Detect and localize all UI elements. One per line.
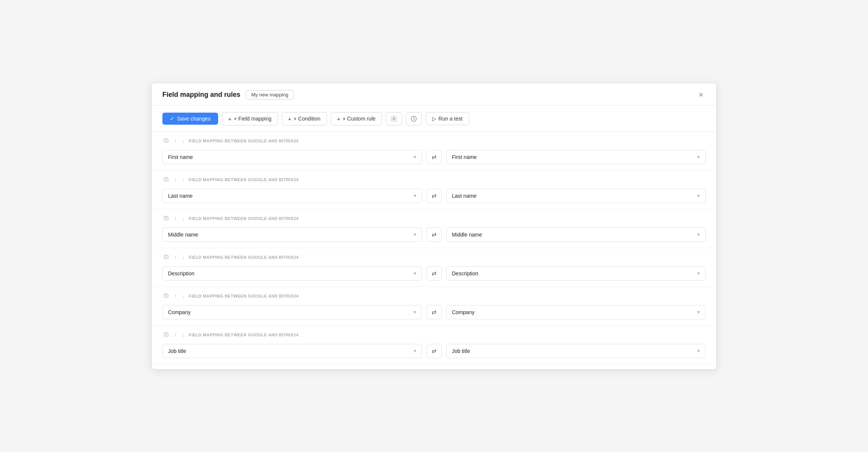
svg-rect-4 [164, 217, 168, 220]
check-icon: ✓ [170, 116, 174, 122]
trash-icon [164, 332, 169, 337]
delete-mapping-button[interactable] [162, 215, 170, 222]
swap-button[interactable]: ⇄ [426, 305, 442, 319]
mapping-group: ↑ ↓ FIELD MAPPING between Google and Bit… [152, 171, 716, 209]
field-mapping-button[interactable]: + + Field mapping [222, 112, 278, 125]
move-up-button[interactable]: ↑ [173, 176, 178, 183]
mapping-row: First name ▾ ⇄ First name ▾ [152, 147, 716, 170]
delete-mapping-button[interactable] [162, 137, 170, 145]
move-up-button[interactable]: ↑ [173, 137, 178, 144]
right-field-select[interactable]: Middle name ▾ [446, 228, 706, 242]
save-changes-button[interactable]: ✓ Save changes [162, 113, 218, 125]
svg-rect-3 [164, 178, 168, 181]
right-field-select[interactable]: Last name ▾ [446, 189, 706, 203]
delete-mapping-button[interactable] [162, 331, 170, 339]
mapping-header-label: FIELD MAPPING between Google and Bitrix2… [189, 255, 298, 260]
run-test-button[interactable]: ▷ Run a test [426, 112, 469, 125]
mapping-row: Last name ▾ ⇄ Last name ▾ [152, 186, 716, 209]
condition-button[interactable]: + + Condition [282, 112, 327, 125]
plus-icon-condition: + [288, 116, 292, 122]
mapping-header-label: FIELD MAPPING between Google and Bitrix2… [189, 333, 298, 337]
swap-button[interactable]: ⇄ [426, 150, 442, 164]
trash-icon [164, 138, 169, 143]
custom-rule-button[interactable]: + + Custom rule [331, 112, 382, 125]
left-field-select[interactable]: Middle name ▾ [162, 228, 422, 242]
modal-header: Field mapping and rules My new mapping × [152, 83, 716, 105]
right-field-label: Company [452, 309, 475, 315]
mapping-header-label: FIELD MAPPING between Google and Bitrix2… [189, 139, 298, 143]
modal-title: Field mapping and rules [162, 91, 240, 99]
chevron-down-icon: ▾ [697, 309, 700, 315]
right-field-label: Description [452, 270, 478, 276]
close-button[interactable]: × [696, 90, 706, 100]
left-field-label: Job title [168, 348, 186, 354]
left-field-label: First name [168, 154, 193, 160]
move-up-button[interactable]: ↑ [173, 215, 178, 222]
mapping-header-label: FIELD MAPPING between Google and Bitrix2… [189, 177, 298, 182]
chevron-down-icon: ▾ [697, 348, 700, 354]
chevron-down-icon: ▾ [414, 154, 416, 160]
right-field-select[interactable]: First name ▾ [446, 150, 706, 164]
move-down-button[interactable]: ↓ [181, 137, 186, 144]
mapping-group: ↑ ↓ FIELD MAPPING between Google and Bit… [152, 287, 716, 326]
trash-icon [164, 215, 169, 221]
svg-point-0 [393, 118, 395, 119]
move-down-button[interactable]: ↓ [181, 293, 186, 299]
right-field-select[interactable]: Job title ▾ [446, 344, 706, 358]
left-field-label: Company [168, 309, 191, 315]
left-field-select[interactable]: Last name ▾ [162, 189, 422, 203]
mapping-header: ↑ ↓ FIELD MAPPING between Google and Bit… [152, 287, 716, 302]
plus-icon-custom: + [337, 116, 341, 122]
move-up-button[interactable]: ↑ [173, 331, 178, 338]
swap-button[interactable]: ⇄ [426, 266, 442, 281]
move-up-button[interactable]: ↑ [173, 254, 178, 261]
move-down-button[interactable]: ↓ [181, 215, 186, 222]
mapping-name-badge[interactable]: My new mapping [246, 90, 294, 99]
chevron-down-icon: ▾ [414, 309, 416, 315]
plus-icon-field: + [228, 116, 232, 122]
svg-rect-5 [164, 255, 168, 259]
mapping-header-label: FIELD MAPPING between Google and Bitrix2… [189, 216, 298, 221]
left-field-select[interactable]: First name ▾ [162, 150, 422, 164]
gear-icon [391, 116, 397, 122]
svg-rect-2 [164, 139, 168, 142]
mapping-row: Job title ▾ ⇄ Job title ▾ [152, 341, 716, 364]
move-down-button[interactable]: ↓ [181, 331, 186, 338]
svg-rect-7 [164, 333, 168, 336]
chevron-down-icon: ▾ [697, 154, 700, 160]
chevron-down-icon: ▾ [697, 232, 700, 237]
delete-mapping-button[interactable] [162, 176, 170, 183]
mapping-header: ↑ ↓ FIELD MAPPING between Google and Bit… [152, 171, 716, 186]
left-field-select[interactable]: Company ▾ [162, 305, 422, 319]
swap-button[interactable]: ⇄ [426, 228, 442, 242]
left-field-select[interactable]: Description ▾ [162, 266, 422, 281]
trash-icon [164, 177, 169, 182]
delete-mapping-button[interactable] [162, 292, 170, 300]
swap-button[interactable]: ⇄ [426, 344, 442, 358]
move-down-button[interactable]: ↓ [181, 254, 186, 261]
mapping-row: Description ▾ ⇄ Description ▾ [152, 263, 716, 287]
move-up-button[interactable]: ↑ [173, 293, 178, 299]
history-icon-button[interactable] [406, 112, 422, 125]
move-down-button[interactable]: ↓ [181, 176, 186, 183]
right-field-select[interactable]: Description ▾ [446, 266, 706, 281]
right-field-select[interactable]: Company ▾ [446, 305, 706, 319]
mapping-header-label: FIELD MAPPING between Google and Bitrix2… [189, 294, 298, 298]
left-field-label: Last name [168, 193, 193, 199]
right-field-label: First name [452, 154, 477, 160]
trash-icon [164, 254, 169, 260]
chevron-down-icon: ▾ [414, 270, 416, 276]
settings-icon-button[interactable] [386, 112, 402, 125]
mapping-header: ↑ ↓ FIELD MAPPING between Google and Bit… [152, 132, 716, 147]
toolbar: ✓ Save changes + + Field mapping + + Con… [152, 105, 716, 132]
mapping-group: ↑ ↓ FIELD MAPPING between Google and Bit… [152, 209, 716, 248]
swap-button[interactable]: ⇄ [426, 189, 442, 203]
chevron-down-icon: ▾ [697, 193, 700, 199]
left-field-label: Description [168, 270, 194, 276]
left-field-label: Middle name [168, 232, 198, 238]
left-field-select[interactable]: Job title ▾ [162, 344, 422, 358]
mapping-group: ↑ ↓ FIELD MAPPING between Google and Bit… [152, 326, 716, 365]
play-icon: ▷ [432, 116, 436, 122]
delete-mapping-button[interactable] [162, 253, 170, 261]
trash-icon [164, 293, 169, 298]
